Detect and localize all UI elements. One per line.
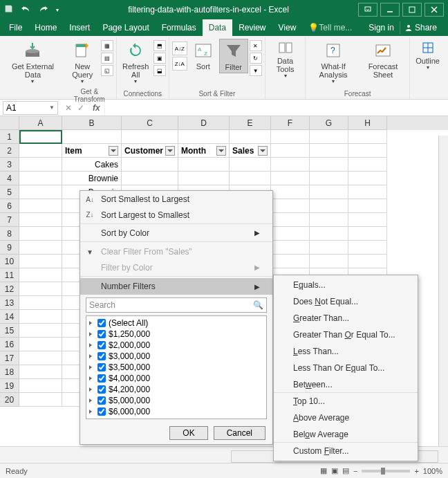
filter-value-checkbox[interactable]: $1,250,000 [88, 329, 265, 340]
from-table-icon[interactable]: ▤ [101, 53, 113, 64]
cell[interactable] [348, 199, 387, 213]
cell[interactable]: Cakes [62, 158, 122, 172]
cell[interactable]: Brownie [62, 172, 122, 185]
cell[interactable] [271, 130, 310, 144]
gte-item[interactable]: Greater Than Or Equal To... [274, 327, 418, 343]
cell[interactable] [230, 158, 271, 172]
filter-value-checkbox[interactable]: $4,200,000 [88, 384, 265, 395]
not-equal-item[interactable]: Does Not Equal... [274, 293, 418, 310]
cancel-button[interactable]: Cancel [214, 426, 265, 440]
cell[interactable] [230, 172, 271, 185]
cell[interactable] [271, 199, 310, 213]
row-header[interactable]: 3 [0, 158, 19, 172]
col-h[interactable]: H [348, 116, 387, 130]
filter-dropdown-button[interactable] [165, 146, 175, 156]
cell[interactable] [19, 365, 62, 379]
row-header[interactable]: 11 [0, 268, 19, 282]
row-header[interactable]: 6 [0, 199, 19, 213]
cell[interactable] [19, 324, 62, 338]
cell[interactable] [348, 158, 387, 172]
cell[interactable] [19, 241, 62, 255]
filter-value-checkbox[interactable]: $4,000,000 [88, 373, 265, 384]
cell[interactable] [271, 241, 310, 255]
cell[interactable] [271, 185, 310, 199]
cell[interactable] [271, 227, 310, 241]
minimize-button[interactable] [380, 3, 400, 17]
row-header[interactable]: 9 [0, 241, 19, 255]
cell[interactable] [19, 268, 62, 282]
close-button[interactable] [424, 3, 444, 17]
cell[interactable] [19, 130, 62, 144]
row-header[interactable]: 18 [0, 365, 19, 379]
below-avg-item[interactable]: Below Average [274, 426, 418, 443]
name-box[interactable]: A1▼ [3, 101, 58, 115]
cell[interactable] [271, 213, 310, 227]
col-d[interactable]: D [178, 116, 230, 130]
clear-filter-icon[interactable]: ✕ [250, 40, 262, 51]
row-header[interactable]: 17 [0, 351, 19, 365]
cell[interactable] [310, 144, 348, 158]
show-queries-icon[interactable]: ▦ [101, 40, 113, 51]
col-a[interactable]: A [19, 116, 62, 130]
view-layout-icon[interactable]: ▣ [331, 466, 338, 475]
ribbon-options-icon[interactable] [358, 3, 377, 17]
greater-than-item[interactable]: Greater Than... [274, 310, 418, 327]
row-header[interactable]: 5 [0, 185, 19, 199]
outline-button[interactable]: Outline▾ [413, 39, 442, 73]
custom-filter-item[interactable]: Custom Filter... [274, 443, 418, 459]
filter-dropdown-button[interactable] [216, 146, 226, 156]
filter-search-input[interactable]: Search🔍 [86, 297, 267, 313]
cell[interactable] [271, 158, 310, 172]
number-filters-item[interactable]: Number Filters▶ [80, 278, 272, 295]
cell[interactable] [310, 213, 348, 227]
cell[interactable] [19, 379, 62, 393]
row-header[interactable]: 10 [0, 255, 19, 268]
whatif-button[interactable]: ?What-If Analysis▾ [308, 39, 358, 86]
row-header[interactable]: 2 [0, 144, 19, 158]
tab-home[interactable]: Home [28, 19, 63, 36]
save-icon[interactable] [4, 4, 13, 15]
filter-value-checkbox[interactable]: $2,000,000 [88, 340, 265, 351]
tab-view[interactable]: View [272, 19, 303, 36]
cell[interactable] [19, 351, 62, 365]
cell[interactable] [178, 172, 230, 185]
sort-asc-item[interactable]: A↓Sort Smallest to Largest [80, 191, 272, 208]
filter-dropdown-button[interactable] [109, 146, 118, 156]
reapply-icon[interactable]: ↻ [250, 53, 262, 64]
properties-icon[interactable]: ▣ [153, 53, 166, 64]
undo-icon[interactable] [20, 5, 31, 15]
col-b[interactable]: B [62, 116, 122, 130]
cell[interactable] [271, 172, 310, 185]
cell[interactable] [19, 185, 62, 199]
edit-links-icon[interactable]: ⬓ [153, 65, 166, 76]
select-all-checkbox[interactable]: (Select All) [88, 318, 265, 329]
cell[interactable] [271, 144, 310, 158]
cell[interactable] [19, 393, 62, 407]
cell[interactable] [310, 227, 348, 241]
cell[interactable] [348, 144, 387, 158]
sort-asc-icon[interactable]: A↓Z [172, 42, 187, 55]
cell[interactable] [348, 227, 387, 241]
get-external-data-button[interactable]: Get External Data▾ [6, 39, 60, 86]
col-g[interactable]: G [310, 116, 348, 130]
view-break-icon[interactable]: ▤ [342, 466, 349, 475]
tab-insert[interactable]: Insert [63, 19, 96, 36]
filter-values-list[interactable]: (Select All) $1,250,000$2,000,000$3,000,… [86, 315, 267, 419]
cell[interactable] [310, 241, 348, 255]
col-e[interactable]: E [230, 116, 271, 130]
view-normal-icon[interactable]: ▦ [320, 466, 327, 475]
sort-desc-item[interactable]: Z↓Sort Largest to Smallest [80, 208, 272, 224]
header-cell-sales[interactable]: Sales [230, 144, 271, 158]
zoom-in-icon[interactable]: + [414, 467, 418, 475]
row-header[interactable]: 13 [0, 296, 19, 310]
cell[interactable] [348, 130, 387, 144]
cell[interactable] [19, 227, 62, 241]
cell[interactable] [19, 310, 62, 324]
cell[interactable] [178, 130, 230, 144]
filter-value-checkbox[interactable]: $6,700,000 [88, 417, 265, 419]
formula-input[interactable] [104, 100, 448, 116]
cell[interactable] [122, 130, 178, 144]
maximize-button[interactable] [402, 3, 422, 17]
sort-button[interactable]: AZSort [189, 39, 218, 72]
advanced-icon[interactable]: ▼ [250, 65, 262, 76]
